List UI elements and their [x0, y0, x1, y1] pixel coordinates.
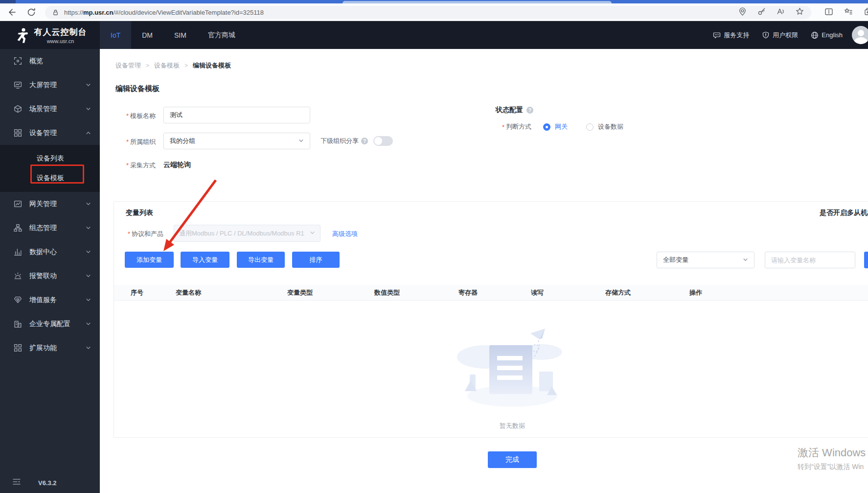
export-variable-button[interactable]: 导出变量 [237, 252, 285, 268]
bar-chart-icon [14, 248, 22, 256]
share-toggle[interactable] [373, 136, 393, 146]
status-config-title: 状态配置 ? [496, 106, 533, 115]
help-icon[interactable]: ? [361, 138, 368, 144]
breadcrumb-current: 编辑设备模板 [193, 61, 231, 70]
breadcrumb: 设备管理 > 设备模板 > 编辑设备模板 [115, 61, 231, 70]
favorite-star-icon[interactable] [795, 7, 804, 18]
page-title: 编辑设备模板 [115, 84, 160, 94]
empty-text: 暂无数据 [114, 422, 868, 430]
address-bar[interactable]: https://mp.usr.cn/#/cloud/device/ViewEdi… [45, 6, 811, 19]
judge-label: 判断方式 [506, 122, 531, 131]
org-select[interactable]: 我的分组 [163, 133, 310, 149]
collections-icon[interactable] [863, 7, 868, 19]
template-name-input[interactable] [163, 107, 310, 123]
brand-logo[interactable]: 有人云控制台 www.usr.cn [0, 21, 100, 49]
col-variable-type: 变量类型 [282, 288, 369, 297]
breadcrumb-device-mgmt[interactable]: 设备管理 [115, 61, 141, 70]
browser-tab-strip [0, 0, 868, 3]
favorites-bar-icon[interactable] [844, 7, 853, 19]
read-aloud-icon[interactable] [776, 7, 785, 18]
col-value-type: 数值类型 [369, 288, 454, 297]
nav-tab-dm[interactable]: DM [131, 21, 163, 49]
chevron-up-icon [86, 130, 91, 136]
chevron-down-icon [743, 257, 748, 264]
sidebar-item-gateway[interactable]: 网关管理 [0, 192, 100, 216]
search-button-clipped[interactable] [864, 252, 868, 268]
refresh-icon[interactable] [26, 7, 37, 18]
usr-person-icon [13, 27, 30, 44]
windows-activation-watermark: 激活 Windows 转到“设置”以激活 Win [798, 446, 866, 471]
sidebar-item-scene[interactable]: 场景管理 [0, 97, 100, 121]
main-content: 设备管理 > 设备模板 > 编辑设备模板 编辑设备模板 *模板名称 *所属组织 … [100, 49, 868, 493]
lock-icon[interactable] [52, 9, 59, 16]
col-index: 序号 [126, 288, 171, 297]
chevron-down-icon [310, 230, 315, 237]
empty-state: 暂无数据 [114, 327, 868, 430]
variable-search-input[interactable] [765, 252, 855, 268]
screen-icon [14, 81, 22, 89]
radio-device-data[interactable] [586, 123, 594, 131]
nav-tab-mall[interactable]: 官方商城 [197, 21, 246, 49]
brand-title: 有人云控制台 [34, 26, 87, 38]
chevron-down-icon [86, 82, 91, 88]
sidebar-item-device[interactable]: 设备管理 [0, 121, 100, 145]
breadcrumb-device-template[interactable]: 设备模板 [154, 61, 180, 70]
app-version: V6.3.2 [38, 479, 57, 487]
sidebar-item-scada[interactable]: 组态管理 [0, 216, 100, 240]
back-icon[interactable] [7, 7, 18, 18]
chevron-down-icon [86, 321, 91, 327]
url-text[interactable]: https://mp.usr.cn/#/cloud/device/ViewEdi… [64, 9, 264, 16]
chevron-down-icon [86, 225, 91, 231]
radio-device-data-label[interactable]: 设备数据 [598, 122, 623, 131]
sidebar-item-extension[interactable]: 扩展功能 [0, 336, 100, 360]
nav-tab-sim[interactable]: SIM [163, 21, 197, 49]
protocol-select-disabled: 通用Modbus / PLC / DL/Modbus/Modbus R1 [174, 225, 320, 242]
sidebar-item-enterprise[interactable]: 企业专属配置 [0, 312, 100, 336]
collect-label: *采集方式 [126, 161, 156, 170]
sort-button[interactable]: 排序 [292, 252, 340, 268]
import-variable-button[interactable]: 导入变量 [181, 252, 229, 268]
advanced-options-link[interactable]: 高级选项 [332, 230, 358, 238]
password-key-icon[interactable] [757, 7, 766, 18]
sidebar-item-alarm[interactable]: 报警联动 [0, 264, 100, 288]
sidebar-subitem-device-list[interactable]: 设备列表 [0, 149, 100, 168]
collect-value: 云端轮询 [163, 161, 191, 169]
breadcrumb-separator: > [184, 62, 188, 69]
variable-filter-select[interactable]: 全部变量 [657, 252, 754, 268]
sidebar-item-datacenter[interactable]: 数据中心 [0, 240, 100, 264]
sidebar-subitem-device-template[interactable]: 设备模板 [0, 168, 100, 188]
chat-icon [713, 31, 721, 39]
variable-list-panel: 变量列表 是否开启多从机模式 *协议和产品 通用Modbus / PLC / D… [114, 201, 868, 438]
sidebar-item-overview[interactable]: 概览 [0, 49, 100, 73]
collapse-sidebar-icon[interactable] [13, 478, 21, 487]
device-submenu: 设备列表 设备模板 [0, 145, 100, 192]
nav-tab-iot[interactable]: IoT [100, 21, 131, 49]
col-variable-name: 变量名称 [171, 288, 282, 297]
split-screen-icon[interactable] [824, 7, 834, 19]
sidebar: 概览 大屏管理 场景管理 设备管理 设备列表 设备模板 网关管理 组态管理 数据… [0, 49, 100, 493]
radio-gateway-label[interactable]: 网关 [555, 122, 568, 131]
service-support-link[interactable]: 服务支持 [713, 31, 749, 40]
radio-gateway[interactable] [543, 123, 550, 131]
add-variable-button[interactable]: 添加变量 [125, 252, 174, 268]
finish-button[interactable]: 完成 [488, 451, 537, 468]
shield-icon [762, 31, 770, 39]
sidebar-item-vas[interactable]: 增值服务 [0, 288, 100, 312]
overview-icon [14, 57, 22, 65]
language-switch[interactable]: English [811, 31, 843, 39]
chevron-down-icon [86, 106, 91, 112]
geolocation-icon[interactable] [738, 7, 747, 18]
share-label: 下级组织分享 [320, 137, 359, 145]
help-icon[interactable]: ? [526, 107, 533, 114]
col-read-write: 读写 [526, 288, 600, 297]
table-header-row: 序号 变量名称 变量类型 数值类型 寄存器 读写 存储方式 操作 [114, 285, 868, 301]
sidebar-item-bigscreen[interactable]: 大屏管理 [0, 73, 100, 97]
col-actions: 操作 [685, 288, 868, 297]
app-header: 有人云控制台 www.usr.cn IoT DM SIM 官方商城 服务支持 用… [0, 21, 868, 49]
user-permission-link[interactable]: 用户权限 [762, 31, 798, 40]
avatar[interactable] [852, 26, 868, 44]
top-nav: IoT DM SIM 官方商城 [100, 21, 246, 49]
gateway-icon [14, 200, 22, 208]
breadcrumb-separator: > [146, 62, 149, 69]
scene-cube-icon [14, 105, 22, 113]
